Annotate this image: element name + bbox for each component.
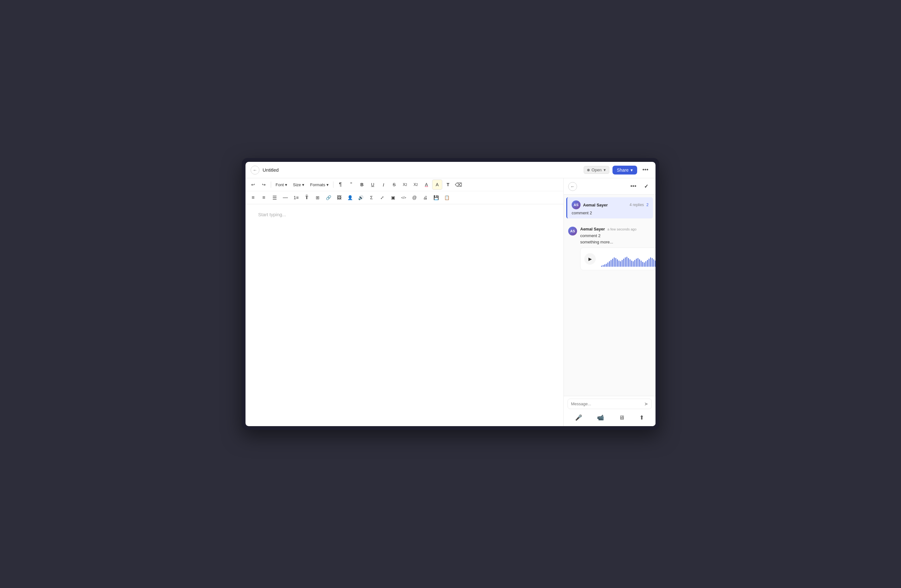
- comment-time: a few seconds ago: [607, 227, 636, 231]
- waveform-bar: [647, 260, 648, 267]
- subscript-button[interactable]: X2: [400, 180, 410, 190]
- blockquote-button[interactable]: ": [346, 180, 356, 190]
- redo-button[interactable]: ↪: [259, 180, 269, 190]
- clipboard-button[interactable]: 📋: [442, 193, 452, 203]
- waveform-bar: [601, 266, 602, 267]
- toolbar-row-1: ↩ ↪ Font ▾ Size ▾ Formats: [245, 178, 563, 191]
- message-input-area: ➤ 🎤 📹 🖥 ⬆: [564, 396, 656, 426]
- code-button[interactable]: </>: [399, 193, 409, 203]
- font-label: Font: [276, 182, 284, 187]
- editor-content[interactable]: Start typing...: [245, 204, 563, 426]
- text-highlight-button[interactable]: A: [432, 180, 442, 190]
- avatar-preview: AS: [572, 201, 580, 209]
- share-button[interactable]: Share ▾: [613, 166, 637, 174]
- waveform-bar: [603, 265, 603, 267]
- video-button[interactable]: 📹: [596, 413, 605, 422]
- comment-preview[interactable]: AS Aemal Sayer 4 replies 2 comment 2: [566, 197, 653, 218]
- status-chevron-icon: ▾: [603, 168, 606, 172]
- audio-play-button[interactable]: ▶: [584, 253, 596, 264]
- message-input-row: ➤: [567, 399, 652, 409]
- audio-player: 0:03 ▶: [580, 247, 656, 270]
- comments-header-right: ••• ✓: [628, 182, 651, 191]
- waveform-bar: [607, 262, 608, 267]
- align-center-button[interactable]: ☰: [270, 193, 280, 203]
- italic-button[interactable]: I: [378, 180, 388, 190]
- embed-button[interactable]: 👤: [345, 193, 355, 203]
- preview-reply-badge: 2: [646, 203, 648, 207]
- status-label: Open: [592, 168, 602, 172]
- send-button[interactable]: ➤: [644, 401, 648, 407]
- size-chevron-icon: ▾: [302, 182, 304, 187]
- comment-text-1: comment 2: [580, 233, 656, 239]
- underline-button[interactable]: U: [368, 180, 378, 190]
- waveform-bar: [619, 260, 619, 267]
- link-button[interactable]: 🔗: [323, 193, 334, 203]
- bold-button[interactable]: B: [357, 180, 367, 190]
- message-input[interactable]: [571, 401, 642, 406]
- align-right-button[interactable]: ≡: [259, 193, 269, 203]
- comments-check-button[interactable]: ✓: [641, 182, 651, 191]
- waveform-bar: [634, 260, 635, 267]
- formats-selector[interactable]: Formats ▾: [307, 181, 331, 188]
- screen-icon: 🖥: [619, 414, 625, 421]
- size-selector[interactable]: Size ▾: [290, 181, 307, 188]
- text-weight-button[interactable]: T: [443, 180, 453, 190]
- media-button[interactable]: ▣: [388, 193, 398, 203]
- comment-avatar-placeholder: AS: [568, 227, 577, 235]
- superscript-button[interactable]: X2: [411, 180, 421, 190]
- formula-button[interactable]: Σ: [366, 193, 376, 203]
- waveform-bar: [636, 258, 637, 267]
- mic-button[interactable]: 🎤: [574, 413, 583, 422]
- waveform-bar: [644, 262, 645, 267]
- comment-body: Aemal Sayer a few seconds ago comment 2 …: [580, 227, 656, 270]
- text-style-button[interactable]: T̈: [302, 193, 312, 203]
- comment-thread: AS Aemal Sayer a few seconds ago comment…: [564, 221, 656, 396]
- waveform-bar: [628, 258, 629, 267]
- more-options-button[interactable]: •••: [640, 165, 650, 175]
- text-color-button[interactable]: A: [421, 180, 432, 190]
- undo-button[interactable]: ↩: [248, 180, 258, 190]
- video-icon: 📹: [597, 414, 604, 421]
- comments-back-button[interactable]: ←: [568, 182, 577, 191]
- mention-button[interactable]: @: [409, 193, 419, 203]
- comment-author-name: Aemal Sayer: [580, 227, 605, 232]
- waveform-bar: [620, 261, 621, 267]
- preview-text: comment 2: [572, 210, 648, 215]
- waveform-bar: [612, 258, 613, 267]
- comments-panel: ← ••• ✓ AS Aemal Sayer 4 replies: [564, 178, 656, 426]
- ordered-list-button[interactable]: 1≡: [291, 193, 301, 203]
- screen-share-button[interactable]: 🖥: [617, 413, 626, 422]
- clear-format-button[interactable]: ⌫: [454, 180, 464, 190]
- font-chevron-icon: ▾: [285, 182, 287, 187]
- status-button[interactable]: Open ▾: [584, 166, 610, 174]
- fullscreen-button[interactable]: ⤢: [377, 193, 387, 203]
- image-button[interactable]: 🖼: [334, 193, 344, 203]
- share-chevron-icon: ▾: [630, 168, 633, 173]
- comment-meta: Aemal Sayer a few seconds ago: [580, 227, 656, 232]
- paragraph-button[interactable]: ¶: [335, 180, 346, 190]
- waveform-bar: [604, 264, 605, 267]
- waveform-bar: [641, 260, 642, 267]
- back-button[interactable]: ←: [251, 166, 259, 174]
- size-label: Size: [293, 182, 301, 187]
- waveform-bar: [609, 261, 610, 267]
- table-button[interactable]: ⊞: [313, 193, 323, 203]
- upload-button[interactable]: ⬆: [638, 413, 645, 422]
- waveform-bar: [633, 261, 634, 267]
- comments-more-button[interactable]: •••: [628, 182, 638, 191]
- strikethrough-button[interactable]: S: [389, 180, 399, 190]
- mic-icon: 🎤: [575, 414, 582, 421]
- main-layout: ↩ ↪ Font ▾ Size ▾ Formats: [245, 178, 656, 426]
- waveform-bar: [638, 258, 638, 267]
- comments-header-left: ←: [568, 182, 577, 191]
- print-button[interactable]: 🖨: [420, 193, 430, 203]
- waveform-bar: [653, 259, 654, 267]
- waveform-bar: [625, 257, 626, 267]
- editor-toolbar: ↩ ↪ Font ▾ Size ▾ Formats: [245, 178, 563, 204]
- align-left-button[interactable]: ≡: [248, 193, 258, 203]
- save-button[interactable]: 💾: [431, 193, 441, 203]
- divider-button[interactable]: —: [280, 193, 290, 203]
- font-selector[interactable]: Font ▾: [273, 181, 290, 188]
- comments-header: ← ••• ✓: [564, 178, 656, 195]
- audio-button[interactable]: 🔊: [355, 193, 366, 203]
